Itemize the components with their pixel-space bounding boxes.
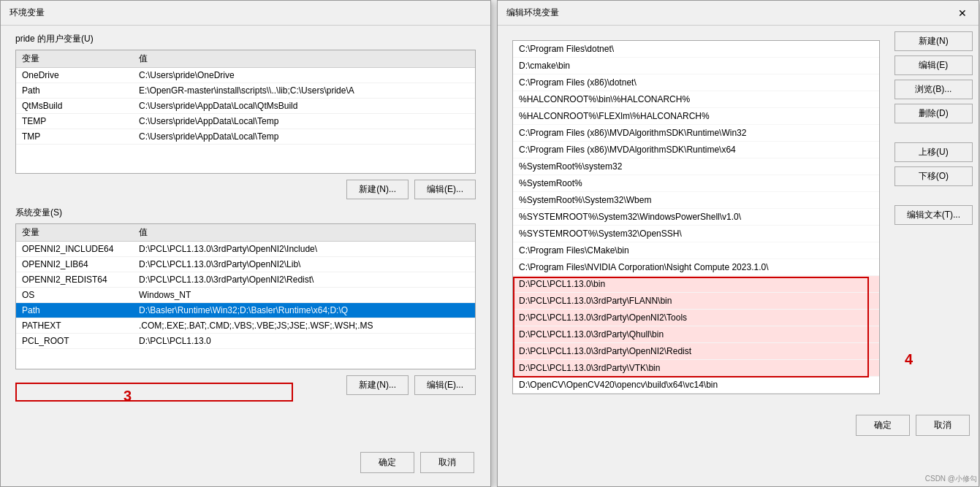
- edit-dialog-body: C:\Program Files\dotnet\D:\cmake\binC:\P…: [498, 26, 979, 409]
- env-dialog-titlebar: 环境变量: [1, 1, 490, 26]
- path-item[interactable]: C:\Program Files (x86)\MVDAlgorithmSDK\R…: [513, 125, 879, 142]
- user-vars-table: 变量 值 OneDriveC:\Users\pride\OneDrivePath…: [16, 50, 475, 145]
- sys-var-row[interactable]: PCL_ROOTD:\PCL\PCL1.13.0: [16, 334, 475, 349]
- edit-dialog-close[interactable]: ✕: [955, 7, 970, 19]
- user-var-value: C:\Users\pride\AppData\Local\QtMsBuild: [133, 99, 475, 114]
- user-new-button[interactable]: 新建(N)...: [346, 180, 409, 199]
- new-path-button[interactable]: 新建(N): [894, 31, 973, 51]
- system-new-button[interactable]: 新建(N)...: [346, 375, 409, 395]
- user-var-row[interactable]: TEMPC:\Users\pride\AppData\Local\Temp: [16, 114, 475, 129]
- user-vars-label: pride 的用户变量(U): [15, 33, 476, 45]
- sys-var-row[interactable]: PATHEXT.COM;.EXE;.BAT;.CMD;.VBS;.VBE;JS;…: [16, 318, 475, 334]
- path-item[interactable]: D:\PCL\PCL1.13.0\3rdParty\VTK\bin: [513, 360, 879, 377]
- edit-dialog-title: 编辑环境变量: [506, 7, 559, 19]
- system-buttons-row: 新建(N)... 编辑(E)...: [15, 375, 476, 395]
- user-var-value: E:\OpenGR-master\install\scripts\\..\lib…: [133, 83, 475, 99]
- path-item[interactable]: C:\Program Files (x86)\dotnet\: [513, 74, 879, 91]
- system-edit-button[interactable]: 编辑(E)...: [414, 375, 476, 395]
- path-item[interactable]: C:\Program Files\NVIDIA Corporation\Nsig…: [513, 259, 879, 276]
- path-item[interactable]: %SystemRoot%\system32: [513, 158, 879, 175]
- edit-text-button[interactable]: 编辑文本(T)...: [894, 205, 973, 225]
- sys-var-value: D:\PCL\PCL1.13.0\3rdParty\OpenNI2\Redist…: [133, 272, 475, 288]
- edit-path-button[interactable]: 编辑(E): [894, 55, 973, 75]
- path-list-container[interactable]: C:\Program Files\dotnet\D:\cmake\binC:\P…: [512, 40, 880, 394]
- path-item[interactable]: %SystemRoot%: [513, 175, 879, 192]
- path-item[interactable]: %HALCONROOT%\FLEXlm\%HALCONARCH%: [513, 108, 879, 125]
- path-item[interactable]: D:\OpenCV\OpenCV420\opencv\build\x64\vc1…: [513, 377, 879, 394]
- sys-var-row[interactable]: OSWindows_NT: [16, 288, 475, 303]
- path-item[interactable]: D:\PCL\PCL1.13.0\3rdParty\Qhull\bin: [513, 326, 879, 343]
- sys-var-name: OS: [16, 288, 133, 303]
- system-vars-table-container: 变量 值 OPENNI2_INCLUDE64D:\PCL\PCL1.13.0\3…: [15, 223, 476, 369]
- sys-var-name: OPENNI2_LIB64: [16, 257, 133, 272]
- user-var-value: C:\Users\pride\OneDrive: [133, 68, 475, 83]
- sys-var-name: PATHEXT: [16, 318, 133, 334]
- user-var-name: TEMP: [16, 114, 133, 129]
- path-item[interactable]: %SYSTEMROOT%\System32\OpenSSH\: [513, 226, 879, 242]
- sys-var-name: OPENNI2_REDIST64: [16, 272, 133, 288]
- user-var-row[interactable]: OneDriveC:\Users\pride\OneDrive: [16, 68, 475, 83]
- user-var-value: C:\Users\pride\AppData\Local\Temp: [133, 129, 475, 145]
- right-buttons-panel: 新建(N) 编辑(E) 浏览(B)... 删除(D) 上移(U) 下移(O) 编…: [894, 31, 973, 403]
- user-edit-button[interactable]: 编辑(E)...: [414, 180, 476, 199]
- path-item[interactable]: C:\Program Files (x86)\MVDAlgorithmSDK\R…: [513, 142, 879, 158]
- path-item[interactable]: %HALCONROOT%\bin\%HALCONARCH%: [513, 91, 879, 108]
- path-item[interactable]: D:\PCL\PCL1.13.0\bin: [513, 276, 879, 293]
- sys-var-row[interactable]: OPENNI2_LIB64D:\PCL\PCL1.13.0\3rdParty\O…: [16, 257, 475, 272]
- watermark: CSDN @小修勾: [925, 474, 977, 484]
- system-vars-table: 变量 值 OPENNI2_INCLUDE64D:\PCL\PCL1.13.0\3…: [16, 224, 475, 349]
- move-down-button[interactable]: 下移(O): [894, 166, 973, 186]
- sys-table-header-var: 变量: [16, 224, 133, 242]
- user-var-name: QtMsBuild: [16, 99, 133, 114]
- sys-var-name: Path: [16, 303, 133, 318]
- user-var-row[interactable]: QtMsBuildC:\Users\pride\AppData\Local\Qt…: [16, 99, 475, 114]
- user-var-name: TMP: [16, 129, 133, 145]
- sys-var-value: Windows_NT: [133, 288, 475, 303]
- user-var-name: Path: [16, 83, 133, 99]
- path-item[interactable]: C:\Program Files\dotnet\: [513, 41, 879, 58]
- edit-dialog-bottom-buttons: 确定 取消: [498, 409, 979, 442]
- path-item[interactable]: %SYSTEMROOT%\System32\WindowsPowerShell\…: [513, 209, 879, 226]
- sys-var-value: .COM;.EXE;.BAT;.CMD;.VBS;.VBE;JS;JSE;.WS…: [133, 318, 475, 334]
- path-item[interactable]: C:\Program Files\CMake\bin: [513, 242, 879, 259]
- sys-var-row[interactable]: PathD:\Basler\Runtime\Win32;D:\Basler\Ru…: [16, 303, 475, 318]
- sys-var-row[interactable]: OPENNI2_INCLUDE64D:\PCL\PCL1.13.0\3rdPar…: [16, 242, 475, 257]
- path-item[interactable]: %SystemRoot%\System32\Wbem: [513, 192, 879, 209]
- path-item[interactable]: D:\cmake\bin: [513, 58, 879, 74]
- sys-table-header-val: 值: [133, 224, 475, 242]
- path-item[interactable]: D:\PCL\PCL1.13.0\3rdParty\FLANN\bin: [513, 293, 879, 310]
- env-dialog-title: 环境变量: [10, 7, 45, 19]
- sys-var-name: OPENNI2_INCLUDE64: [16, 242, 133, 257]
- sys-var-name: PCL_ROOT: [16, 334, 133, 349]
- env-ok-button[interactable]: 确定: [360, 452, 414, 473]
- user-var-row[interactable]: PathE:\OpenGR-master\install\scripts\\..…: [16, 83, 475, 99]
- edit-env-dialog: 编辑环境变量 ✕ C:\Program Files\dotnet\D:\cmak…: [497, 0, 979, 487]
- browse-button[interactable]: 浏览(B)...: [894, 80, 973, 99]
- user-var-name: OneDrive: [16, 68, 133, 83]
- user-table-header-val: 值: [133, 50, 475, 68]
- delete-button[interactable]: 删除(D): [894, 104, 973, 123]
- env-cancel-button[interactable]: 取消: [420, 452, 474, 473]
- user-var-row[interactable]: TMPC:\Users\pride\AppData\Local\Temp: [16, 129, 475, 145]
- move-up-button[interactable]: 上移(U): [894, 142, 973, 162]
- edit-dialog-titlebar: 编辑环境变量 ✕: [498, 1, 979, 26]
- system-vars-label: 系统变量(S): [15, 207, 476, 219]
- env-variables-dialog: 环境变量 pride 的用户变量(U) 变量 值 OneDriveC:\User…: [0, 0, 491, 487]
- path-item[interactable]: D:\PCL\PCL1.13.0\3rdParty\OpenNI2\Tools: [513, 310, 879, 326]
- edit-ok-button[interactable]: 确定: [856, 415, 910, 436]
- sys-var-value: D:\PCL\PCL1.13.0\3rdParty\OpenNI2\Lib\: [133, 257, 475, 272]
- user-vars-table-container: 变量 值 OneDriveC:\Users\pride\OneDrivePath…: [15, 50, 476, 174]
- sys-var-value: D:\PCL\PCL1.13.0: [133, 334, 475, 349]
- sys-var-row[interactable]: OPENNI2_REDIST64D:\PCL\PCL1.13.0\3rdPart…: [16, 272, 475, 288]
- sys-var-value: D:\Basler\Runtime\Win32;D:\Basler\Runtim…: [133, 303, 475, 318]
- sys-var-value: D:\PCL\PCL1.13.0\3rdParty\OpenNI2\Includ…: [133, 242, 475, 257]
- path-list-section: C:\Program Files\dotnet\D:\cmake\binC:\P…: [504, 31, 889, 403]
- user-buttons-row: 新建(N)... 编辑(E)...: [15, 180, 476, 199]
- user-table-header-var: 变量: [16, 50, 133, 68]
- path-item[interactable]: D:\PCL\PCL1.13.0\3rdParty\OpenNI2\Redist: [513, 343, 879, 360]
- edit-cancel-button[interactable]: 取消: [916, 415, 970, 436]
- user-var-value: C:\Users\pride\AppData\Local\Temp: [133, 114, 475, 129]
